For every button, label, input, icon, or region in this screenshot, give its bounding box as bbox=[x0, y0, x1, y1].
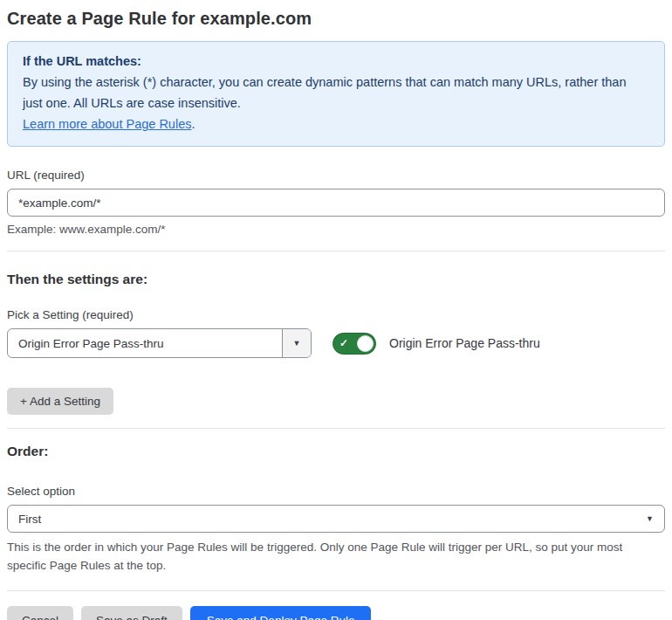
setting-picker-arrow-button[interactable]: ▼ bbox=[282, 329, 311, 357]
info-box-heading: If the URL matches: bbox=[23, 51, 649, 72]
add-setting-button[interactable]: + Add a Setting bbox=[7, 388, 113, 415]
url-field-label: URL (required) bbox=[7, 169, 665, 182]
footer-actions: Cancel Save as Draft Save and Deploy Pag… bbox=[7, 606, 665, 620]
divider bbox=[7, 590, 665, 591]
info-box-link-line: Learn more about Page Rules. bbox=[23, 114, 649, 134]
order-helper-text: This is the order in which your Page Rul… bbox=[7, 538, 660, 575]
order-select-label: Select option bbox=[7, 485, 665, 498]
url-example-helper: Example: www.example.com/* bbox=[7, 223, 665, 236]
divider bbox=[7, 428, 665, 429]
link-period: . bbox=[191, 117, 195, 131]
order-section-heading: Order: bbox=[7, 444, 665, 459]
save-draft-button[interactable]: Save as Draft bbox=[81, 606, 182, 620]
order-select-dropdown[interactable]: First ▼ bbox=[7, 505, 665, 533]
setting-picker-value: Origin Error Page Pass-thru bbox=[8, 329, 282, 357]
learn-more-link[interactable]: Learn more about Page Rules bbox=[23, 117, 191, 131]
toggle-label: Origin Error Page Pass-thru bbox=[389, 336, 540, 350]
origin-error-toggle[interactable]: ✓ bbox=[333, 333, 376, 355]
save-deploy-button[interactable]: Save and Deploy Page Rule bbox=[190, 606, 372, 620]
check-icon: ✓ bbox=[339, 338, 348, 348]
chevron-down-icon: ▼ bbox=[646, 515, 654, 523]
toggle-knob bbox=[357, 335, 374, 352]
order-select-value: First bbox=[18, 513, 41, 526]
chevron-down-icon: ▼ bbox=[293, 340, 301, 348]
setting-row: Origin Error Page Pass-thru ▼ ✓ Origin E… bbox=[7, 328, 665, 358]
setting-picker-dropdown[interactable]: Origin Error Page Pass-thru ▼ bbox=[7, 328, 312, 358]
cancel-button[interactable]: Cancel bbox=[7, 606, 73, 620]
url-match-info-box: If the URL matches: By using the asteris… bbox=[7, 41, 665, 147]
info-box-body: By using the asterisk (*) character, you… bbox=[23, 72, 649, 114]
divider bbox=[7, 251, 665, 251]
url-input[interactable] bbox=[7, 189, 665, 217]
setting-picker-label: Pick a Setting (required) bbox=[7, 308, 665, 321]
settings-section-heading: Then the settings are: bbox=[7, 272, 665, 287]
page-title: Create a Page Rule for example.com bbox=[7, 9, 665, 29]
